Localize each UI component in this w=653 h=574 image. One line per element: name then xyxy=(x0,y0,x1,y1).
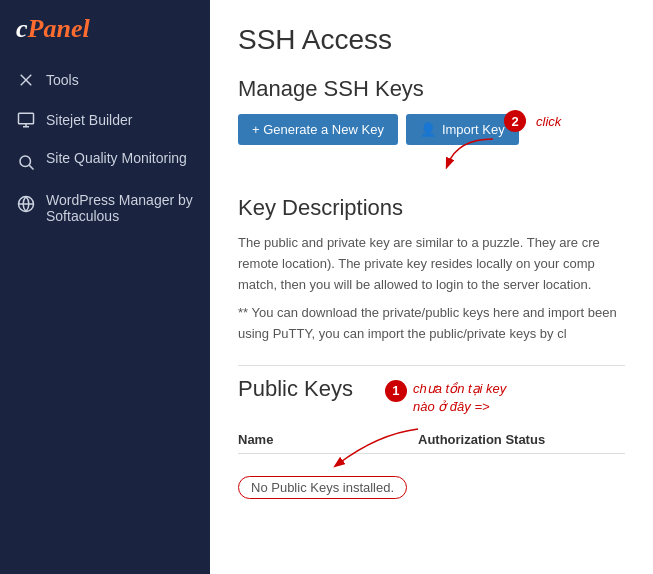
table-header: Name Authorization Status xyxy=(238,426,625,454)
col-name-header: Name xyxy=(238,432,418,447)
key-desc-title: Key Descriptions xyxy=(238,195,625,221)
divider xyxy=(238,365,625,366)
svg-rect-2 xyxy=(19,113,34,124)
no-keys-row: No Public Keys installed. xyxy=(238,466,625,509)
sidebar-item-site-quality-label: Site Quality Monitoring xyxy=(46,150,187,166)
sidebar-item-wordpress-label: WordPress Manager by Softaculous xyxy=(46,192,194,224)
annotation-badge-1: 1 xyxy=(385,380,407,402)
no-keys-message: No Public Keys installed. xyxy=(238,476,407,499)
key-desc-text1: The public and private key are similar t… xyxy=(238,233,625,295)
key-desc-section: Key Descriptions The public and private … xyxy=(238,195,625,345)
sidebar-item-wordpress[interactable]: WordPress Manager by Softaculous xyxy=(0,182,210,234)
btn-row: + Generate a New Key 👤 Import Key xyxy=(238,114,625,145)
sidebar: cPanel Tools Sitejet Builder xyxy=(0,0,210,574)
manage-keys-title: Manage SSH Keys xyxy=(238,76,625,102)
cpanel-logo: cPanel xyxy=(16,14,90,43)
public-keys-title: Public Keys xyxy=(238,376,353,402)
sidebar-item-sitejet[interactable]: Sitejet Builder xyxy=(0,100,210,140)
search-icon xyxy=(16,152,36,172)
public-keys-header: Public Keys 1 chưa tồn tại keynào ở đây … xyxy=(238,376,625,416)
generate-key-button[interactable]: + Generate a New Key xyxy=(238,114,398,145)
annotation-arrow-2 xyxy=(438,134,498,174)
import-icon: 👤 xyxy=(420,122,436,137)
sidebar-item-tools-label: Tools xyxy=(46,72,79,88)
sidebar-item-site-quality[interactable]: Site Quality Monitoring xyxy=(0,140,210,182)
tools-icon xyxy=(16,70,36,90)
key-desc-text2: ** You can download the private/public k… xyxy=(238,303,625,345)
svg-point-5 xyxy=(20,156,31,167)
main-content: SSH Access Manage SSH Keys + Generate a … xyxy=(210,0,653,574)
sidebar-item-tools[interactable]: Tools xyxy=(0,60,210,100)
annotation-text-1: chưa tồn tại keynào ở đây => xyxy=(413,380,506,416)
sidebar-nav: Tools Sitejet Builder Site Quality Monit… xyxy=(0,54,210,574)
svg-line-6 xyxy=(29,165,33,169)
wordpress-icon xyxy=(16,194,36,214)
monitor-icon xyxy=(16,110,36,130)
sidebar-logo: cPanel xyxy=(0,0,210,54)
sidebar-item-sitejet-label: Sitejet Builder xyxy=(46,112,132,128)
page-title: SSH Access xyxy=(238,24,625,56)
annotation-text-2: click xyxy=(536,114,561,129)
col-auth-header: Authorization Status xyxy=(418,432,625,447)
annotation-badge-2: 2 xyxy=(504,110,526,132)
